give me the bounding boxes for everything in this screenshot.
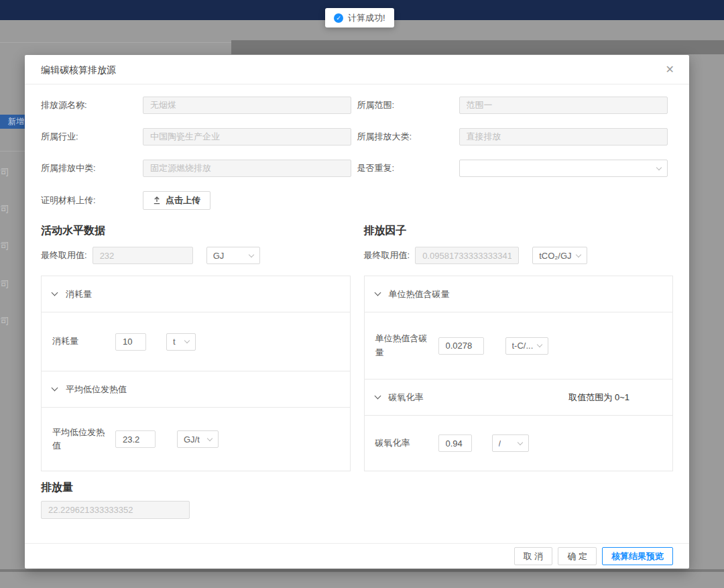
dialog-body: 排放源名称: 所属范围: 所属行业: 所属排放大类: 所属排放中类:: [25, 84, 689, 519]
chevron-down-icon: [374, 290, 381, 296]
background-table-row: 司: [1, 166, 9, 178]
chevron-down-icon: [374, 393, 381, 400]
activity-final-input: [93, 247, 193, 264]
factor-unit-select[interactable]: tCO₂/GJ: [532, 247, 587, 264]
heating-value-unit-value: GJ/t: [184, 434, 200, 445]
mid-category-input: [143, 160, 351, 177]
heating-value-collapse-header[interactable]: 平均低位发热值: [42, 371, 350, 408]
carbon-content-unit-select[interactable]: t-C/...: [505, 337, 548, 355]
factor-final-label: 最终取用值:: [364, 249, 410, 261]
major-category-input: [459, 128, 668, 145]
check-circle-icon: ✓: [334, 13, 343, 23]
carbon-content-collapse-header[interactable]: 单位热值含碳量: [365, 276, 673, 312]
background-table-row: 司: [1, 278, 9, 290]
chevron-down-icon: [52, 385, 58, 392]
factor-unit-value: tCO₂/GJ: [539, 251, 571, 261]
consumption-unit-select[interactable]: t: [166, 333, 196, 351]
factor-section-title: 排放因子: [364, 224, 674, 237]
upload-label: 证明材料上传:: [41, 194, 143, 207]
consumption-unit-value: t: [173, 337, 176, 347]
background-divider: [0, 569, 724, 572]
chevron-down-icon: [517, 439, 522, 445]
scope-label: 所属范围:: [357, 99, 459, 111]
emission-section-title: 排放量: [41, 481, 673, 495]
background-table-row: 司: [1, 203, 9, 215]
chevron-down-icon: [52, 290, 58, 296]
oxidation-rate-unit-value: /: [499, 438, 501, 449]
dialog-header: 编辑碳核算排放源 ✕: [25, 55, 689, 84]
factor-panel: 单位热值含碳量 单位热值含碳量 t-C/... 碳氧化率 取值范围为 0~1: [364, 276, 674, 471]
confirm-button[interactable]: 确 定: [558, 547, 597, 565]
carbon-content-header-label: 单位热值含碳量: [389, 288, 450, 300]
toast-message: 计算成功!: [348, 12, 385, 24]
background-table-row: 司: [1, 315, 9, 327]
success-toast: ✓ 计算成功!: [325, 8, 394, 27]
upload-icon: [153, 196, 161, 204]
consumption-header-label: 消耗量: [66, 288, 92, 300]
duplicate-select[interactable]: [459, 160, 668, 177]
consumption-input[interactable]: [115, 333, 146, 351]
cancel-button[interactable]: 取 消: [514, 547, 553, 565]
close-icon[interactable]: ✕: [666, 55, 674, 84]
consumption-label: 消耗量: [52, 335, 105, 348]
upload-button-label: 点击上传: [166, 194, 200, 207]
chevron-down-icon: [576, 251, 581, 257]
activity-unit-value: GJ: [213, 251, 225, 261]
heating-value-label: 平均低位发热值: [52, 426, 105, 453]
industry-label: 所属行业:: [41, 131, 143, 143]
oxidation-rate-header-label: 碳氧化率: [389, 392, 424, 404]
activity-final-label: 最终取用值:: [41, 249, 87, 261]
activity-unit-select[interactable]: GJ: [206, 247, 260, 264]
oxidation-rate-collapse-header[interactable]: 碳氧化率 取值范围为 0~1: [365, 379, 673, 416]
emission-amount-input: [41, 501, 190, 519]
dialog-title: 编辑碳核算排放源: [41, 64, 116, 75]
activity-section-title: 活动水平数据: [41, 224, 351, 237]
source-name-input: [143, 97, 351, 114]
factor-final-input: [415, 247, 519, 264]
activity-panel: 消耗量 消耗量 t 平均低位发热值: [41, 276, 351, 471]
dialog-footer: 取 消 确 定 核算结果预览: [25, 543, 689, 569]
chevron-down-icon: [536, 342, 542, 347]
upload-button[interactable]: 点击上传: [143, 191, 210, 210]
carbon-content-input[interactable]: [438, 337, 484, 355]
result-preview-button[interactable]: 核算结果预览: [602, 547, 673, 565]
chevron-down-icon: [656, 164, 661, 170]
major-category-label: 所属排放大类:: [357, 131, 459, 143]
edit-emission-source-dialog: 编辑碳核算排放源 ✕ 排放源名称: 所属范围: 所属行业: 所属排放大类:: [25, 55, 689, 569]
oxidation-rate-unit-select[interactable]: /: [492, 434, 529, 452]
scope-input: [459, 97, 668, 114]
background-divider: [0, 151, 25, 152]
consumption-collapse-header[interactable]: 消耗量: [42, 276, 350, 312]
background-dark-band: [231, 40, 724, 54]
industry-input: [143, 128, 351, 145]
duplicate-label: 是否重复:: [357, 162, 459, 174]
background-table-row: 司: [1, 240, 9, 252]
chevron-down-icon: [207, 435, 213, 440]
mid-category-label: 所属排放中类:: [41, 162, 143, 174]
heating-value-unit-select[interactable]: GJ/t: [177, 430, 219, 448]
carbon-content-unit-value: t-C/...: [512, 341, 534, 351]
heating-value-input[interactable]: [115, 430, 156, 448]
chevron-down-icon: [248, 251, 253, 257]
source-name-label: 排放源名称:: [41, 99, 143, 111]
background-divider: [0, 42, 231, 43]
oxidation-rate-input[interactable]: [438, 434, 472, 452]
oxidation-rate-label: 碳氧化率: [375, 436, 428, 450]
chevron-down-icon: [184, 338, 190, 343]
heating-value-header-label: 平均低位发热值: [66, 384, 127, 396]
carbon-content-label: 单位热值含碳量: [375, 332, 428, 359]
oxidation-rate-range-note: 取值范围为 0~1: [568, 392, 629, 404]
